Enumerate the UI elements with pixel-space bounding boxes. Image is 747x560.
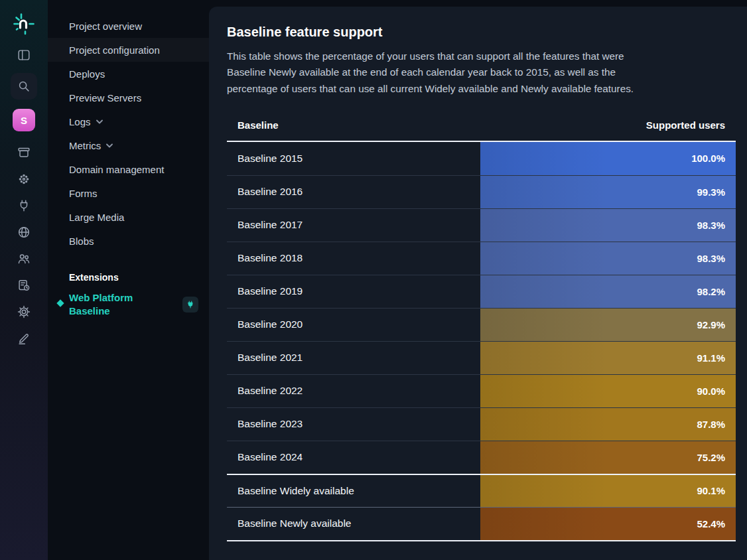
row-value: 99.3% xyxy=(697,186,725,198)
page-title: Baseline feature support xyxy=(227,24,736,40)
row-bar: 98.3% xyxy=(480,209,736,242)
sidebar-item-label: Project configuration xyxy=(69,44,160,56)
avatar[interactable]: S xyxy=(13,109,35,131)
sidebar-item-label: Metrics xyxy=(69,140,101,151)
table-row: Baseline 2018 98.3% xyxy=(227,242,736,275)
sidebar-item-label: Blobs xyxy=(69,236,94,247)
row-value: 90.0% xyxy=(697,385,725,397)
row-bar: 92.9% xyxy=(480,309,736,341)
row-label: Baseline 2022 xyxy=(227,375,480,407)
team-icon[interactable] xyxy=(11,245,37,272)
table-row: Baseline 2024 75.2% xyxy=(227,441,736,474)
sidebar-item-label: Domain management xyxy=(69,164,164,175)
sidebar-item[interactable]: Deploys xyxy=(48,62,209,86)
row-value: 98.2% xyxy=(697,286,725,297)
description-line: percentage of users that can use all cur… xyxy=(227,81,736,97)
table-body: Baseline 2015 100.0% Baseline 2016 99.3%… xyxy=(227,142,736,540)
sidebar-item-web-platform-baseline[interactable]: Web Platform Baseline xyxy=(48,291,209,318)
sidebar-item[interactable]: Logs xyxy=(48,109,209,133)
sidebar-item[interactable]: Forms xyxy=(48,181,209,205)
row-label: Baseline 2023 xyxy=(227,408,480,441)
plug-icon xyxy=(186,300,195,309)
row-value: 98.3% xyxy=(697,253,725,264)
row-bar: 98.2% xyxy=(480,275,736,308)
row-label: Baseline 2015 xyxy=(227,142,480,175)
sidebar-item-label: Forms xyxy=(69,188,98,199)
sidebar-item[interactable]: Blobs xyxy=(48,229,209,253)
row-value: 100.0% xyxy=(691,153,725,164)
table-row: Baseline Widely available 90.1% xyxy=(227,474,736,507)
sparkles-icon[interactable] xyxy=(11,166,37,192)
sidebar-item-label: Logs xyxy=(69,116,91,127)
row-label: Baseline 2017 xyxy=(227,209,480,242)
sidebar-item-label: Web Platform Baseline xyxy=(69,291,151,318)
row-label: Baseline 2024 xyxy=(227,441,480,474)
row-label: Baseline 2018 xyxy=(227,242,480,275)
sidebar-item-label: Large Media xyxy=(69,212,124,223)
sidebar-item-label: Project overview xyxy=(69,21,142,32)
main-panel: Baseline feature support This table show… xyxy=(209,7,747,560)
table-header-row: Baseline Supported users xyxy=(227,109,736,142)
row-value: 98.3% xyxy=(697,220,725,231)
archive-box-icon[interactable] xyxy=(11,139,37,166)
table-row: Baseline 2019 98.2% xyxy=(227,275,736,308)
column-header-supported-users: Supported users xyxy=(480,119,736,131)
audit-log-icon[interactable] xyxy=(11,272,37,299)
sidebar-item[interactable]: Project overview xyxy=(48,14,209,38)
row-bar: 87.8% xyxy=(480,408,736,441)
chevron-down-icon xyxy=(96,119,103,124)
row-value: 90.1% xyxy=(697,485,725,496)
icon-rail: S xyxy=(0,0,48,560)
row-label: Baseline 2019 xyxy=(227,275,480,308)
table-row: Baseline 2021 91.1% xyxy=(227,341,736,374)
chevron-down-icon xyxy=(106,143,113,148)
row-label: Baseline Widely available xyxy=(227,475,480,507)
description-line: Baseline Newly available at the end of e… xyxy=(227,64,736,80)
table-row: Baseline Newly available 52.4% xyxy=(227,507,736,540)
extension-plug-badge[interactable] xyxy=(182,297,198,313)
sidebar-item-label: Deploys xyxy=(69,68,105,80)
row-value: 87.8% xyxy=(697,419,725,430)
row-bar: 75.2% xyxy=(480,441,736,474)
sidebar-item[interactable]: Preview Servers xyxy=(48,86,209,109)
table-row: Baseline 2017 98.3% xyxy=(227,208,736,242)
column-header-baseline: Baseline xyxy=(227,119,480,131)
row-bar: 90.1% xyxy=(480,475,736,507)
table-row: Baseline 2020 92.9% xyxy=(227,308,736,341)
sidebar-item[interactable]: Project configuration xyxy=(48,38,209,62)
sidebar-item[interactable]: Domain management xyxy=(48,157,209,181)
row-bar: 99.3% xyxy=(480,176,736,208)
search-icon[interactable] xyxy=(11,73,37,100)
sidebar-item[interactable]: Large Media xyxy=(48,205,209,229)
row-bar: 100.0% xyxy=(480,142,736,175)
table-row: Baseline 2015 100.0% xyxy=(227,142,736,175)
netlify-logo-icon[interactable] xyxy=(9,9,38,38)
diamond-bullet-icon xyxy=(56,299,64,307)
plug-icon[interactable] xyxy=(11,192,37,219)
sidebar-item[interactable]: Metrics xyxy=(48,133,209,157)
row-bar: 90.0% xyxy=(480,375,736,407)
globe-icon[interactable] xyxy=(11,219,37,245)
page-description: This table shows the percentage of your … xyxy=(227,48,736,97)
extensions-section-header: Extensions xyxy=(48,270,209,285)
row-bar: 98.3% xyxy=(480,242,736,275)
app-root: { "brand": { "accent_teal": "#25d3c0", "… xyxy=(0,0,747,560)
row-label: Baseline 2016 xyxy=(227,176,480,208)
sidebar-item-label: Preview Servers xyxy=(69,92,141,104)
sidebar-nav: Project overview Project configuration D… xyxy=(48,14,209,253)
row-value: 92.9% xyxy=(697,319,725,330)
row-label: Baseline Newly available xyxy=(227,508,480,540)
row-value: 75.2% xyxy=(697,452,725,463)
description-line: This table shows the percentage of your … xyxy=(227,48,736,64)
row-label: Baseline 2021 xyxy=(227,342,480,374)
row-value: 91.1% xyxy=(697,352,725,364)
settings-gear-icon[interactable] xyxy=(11,299,37,325)
sidebar: Project overview Project configuration D… xyxy=(48,0,209,560)
row-label: Baseline 2020 xyxy=(227,309,480,341)
sidebar-toggle-icon[interactable] xyxy=(11,42,37,68)
baseline-support-table: Baseline Supported users Baseline 2015 1… xyxy=(227,109,736,541)
table-row: Baseline 2022 90.0% xyxy=(227,374,736,407)
row-bar: 52.4% xyxy=(480,508,736,540)
edit-pencil-icon[interactable] xyxy=(11,325,37,352)
row-value: 52.4% xyxy=(697,518,725,529)
